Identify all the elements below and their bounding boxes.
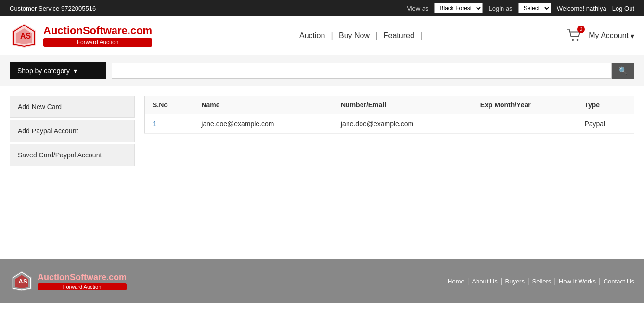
login-as-select[interactable]: Select [518,3,551,13]
footer-logo-area: AS AuctionSoftware.com Forward Auction [10,269,127,293]
table-area: S.No Name Number/Email Exp Month/Year Ty… [144,96,634,240]
customer-service: Customer Service 9722005516 [10,5,96,12]
footer-nav-sellers[interactable]: Sellers [532,278,552,285]
search-input[interactable] [112,63,612,79]
nav-auction[interactable]: Auction [296,29,328,42]
sidebar: Add New Card Add Paypal Account Saved Ca… [10,96,135,240]
main-nav: Auction | Buy Now | Featured | [296,29,423,42]
footer-logo-icon: AS [10,269,34,293]
view-as-label: View as [407,5,428,12]
nav-sep-1: | [331,31,333,41]
sub-brand: Forward Auction [43,38,152,47]
footer-sep-1: | [467,277,469,285]
footer-nav-contact[interactable]: Contact Us [604,278,634,285]
header-right: 0 My Account ▾ [567,28,634,43]
search-bar-area: Shop by category ▾ 🔍 [0,55,644,86]
table-header: S.No Name Number/Email Exp Month/Year Ty… [145,96,634,114]
row-link[interactable]: 1 [153,120,156,128]
top-bar: Customer Service 9722005516 View as Blac… [0,0,644,16]
welcome-text: Welcome! nathiya [557,5,606,12]
footer: AS AuctionSoftware.com Forward Auction H… [0,259,644,303]
footer-brand-name: AuctionSoftware.com [38,272,127,283]
login-as-label: Login as [489,5,512,12]
cell-sno: 1 [145,114,194,134]
col-exp: Exp Month/Year [473,96,577,114]
col-type: Type [577,96,634,114]
table-row: 1 jane.doe@example.com jane.doe@example.… [145,114,634,134]
footer-nav-about[interactable]: About Us [472,278,497,285]
footer-sep-5: | [599,277,601,285]
footer-nav-home[interactable]: Home [448,278,464,285]
svg-text:AS: AS [18,278,27,285]
footer-nav-how-it-works[interactable]: How It Works [559,278,596,285]
nav-buy-now[interactable]: Buy Now [336,29,373,42]
sidebar-item-saved-card[interactable]: Saved Card/Paypal Account [10,144,135,166]
footer-nav: Home | About Us | Buyers | Sellers | How… [448,277,634,285]
top-bar-right: View as Black Forest Login as Select Wel… [407,3,634,13]
sidebar-item-add-paypal[interactable]: Add Paypal Account [10,120,135,142]
svg-point-5 [577,39,579,41]
sidebar-item-add-new-card[interactable]: Add New Card [10,96,135,118]
logo[interactable]: AS AuctionSoftware.com Forward Auction [10,21,152,50]
main-content: Add New Card Add Paypal Account Saved Ca… [0,86,644,250]
chevron-down-icon: ▾ [74,67,77,75]
footer-sep-2: | [501,277,502,285]
cell-email: jane.doe@example.com [333,114,473,134]
cell-type: Paypal [577,114,634,134]
view-as-select[interactable]: Black Forest [434,3,483,13]
search-input-wrap: 🔍 [112,63,634,79]
search-icon: 🔍 [618,66,628,75]
logo-icon: AS [10,21,39,50]
cell-name: jane.doe@example.com [193,114,333,134]
col-name: Name [193,96,333,114]
footer-nav-buyers[interactable]: Buyers [505,278,524,285]
cart-icon-wrap[interactable]: 0 [567,28,582,43]
footer-logo-text: AuctionSoftware.com Forward Auction [38,272,127,290]
nav-sep-3: | [420,31,423,41]
header: AS AuctionSoftware.com Forward Auction A… [0,16,644,55]
footer-sub-brand: Forward Auction [38,283,127,290]
payment-table: S.No Name Number/Email Exp Month/Year Ty… [144,96,634,134]
col-number-email: Number/Email [333,96,473,114]
footer-sep-4: | [554,277,556,285]
table-body: 1 jane.doe@example.com jane.doe@example.… [145,114,634,134]
logout-button[interactable]: Log Out [612,5,634,12]
shop-by-category-button[interactable]: Shop by category ▾ [10,62,106,79]
cart-badge: 0 [577,26,585,33]
my-account-button[interactable]: My Account ▾ [589,31,634,40]
username-text: nathiya [586,5,606,12]
footer-sep-3: | [528,277,529,285]
chevron-down-icon: ▾ [631,31,634,40]
logo-text: AuctionSoftware.com Forward Auction [43,25,152,47]
nav-featured[interactable]: Featured [381,29,417,42]
cell-exp [473,114,577,134]
search-button[interactable]: 🔍 [612,63,634,79]
svg-text:AS: AS [20,32,31,40]
nav-sep-2: | [375,31,378,41]
svg-point-4 [572,39,574,41]
brand-name: AuctionSoftware.com [43,25,152,37]
col-sno: S.No [145,96,194,114]
